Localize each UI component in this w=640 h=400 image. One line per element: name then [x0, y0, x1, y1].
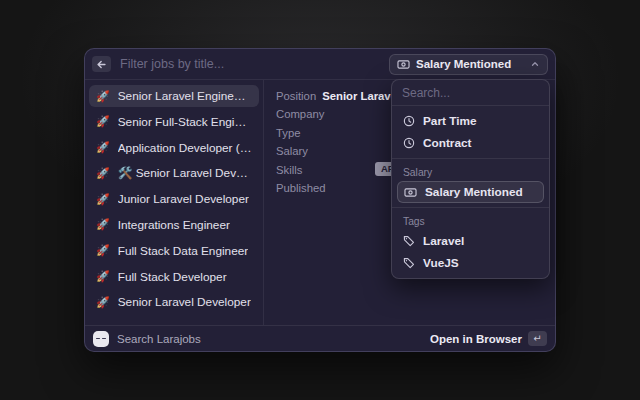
job-title: Full Stack Data Engineer: [118, 244, 249, 258]
job-title: Application Developer (12 mont...: [118, 141, 252, 155]
filter-dropdown-panel: Search... Part Time Contract Salary: [391, 79, 550, 279]
job-title: Senior Full-Stack Engineer II, Ac...: [118, 115, 252, 129]
detail-label: Position: [276, 90, 316, 102]
job-list-item[interactable]: 🚀 🛠️ Senior Laravel Developer (T...: [89, 162, 259, 184]
job-title: Senior Laravel Engineer (Shapin...: [118, 89, 252, 103]
dropdown-item-contract[interactable]: Contract: [397, 132, 544, 154]
dropdown-section-title: Tags: [397, 212, 544, 230]
job-list: 🚀 Senior Laravel Engineer (Shapin... 🚀 S…: [85, 80, 263, 325]
job-list-item[interactable]: 🚀 Integrations Engineer: [89, 214, 259, 236]
dropdown-item-label: VueJS: [423, 256, 459, 270]
back-button[interactable]: [92, 56, 111, 72]
rocket-icon: 🚀: [96, 167, 110, 180]
detail-label: Company: [276, 108, 324, 120]
dropdown-search-input[interactable]: Search...: [392, 80, 549, 106]
dropdown-item-label: Laravel: [423, 234, 464, 248]
job-title: Integrations Engineer: [118, 218, 230, 232]
detail-label: Skills: [276, 164, 302, 176]
launcher-window: Filter jobs by title... Salary Mentioned…: [84, 48, 556, 352]
job-title: Full Stack Developer: [118, 270, 227, 284]
dropdown-item-label: Contract: [423, 136, 472, 150]
clock-icon: [403, 115, 415, 127]
salary-filter-dropdown-button[interactable]: Salary Mentioned: [389, 54, 548, 75]
larajobs-logo-icon: [93, 331, 109, 347]
dropdown-item-salary-mentioned[interactable]: Salary Mentioned: [397, 181, 544, 203]
open-in-browser-label: Open in Browser: [430, 333, 522, 345]
rocket-icon: 🚀: [96, 296, 110, 309]
extension-name: Search Larajobs: [117, 333, 201, 345]
job-title: Junior Laravel Developer: [118, 192, 249, 206]
dropdown-item-part-time[interactable]: Part Time: [397, 110, 544, 132]
dropdown-item-vuejs[interactable]: VueJS: [397, 252, 544, 274]
job-list-item[interactable]: 🚀 Senior Laravel Engineer (Shapin...: [89, 85, 259, 107]
rocket-icon: 🚀: [96, 270, 110, 283]
clock-icon: [403, 137, 415, 149]
bottom-bar: Search Larajobs Open in Browser ↵: [85, 325, 555, 351]
banknote-icon: [397, 58, 410, 71]
job-title: Senior Laravel Developer: [118, 295, 251, 309]
filter-jobs-input[interactable]: Filter jobs by title...: [120, 57, 389, 71]
rocket-icon: 🚀: [96, 90, 110, 103]
detail-label: Salary: [276, 145, 308, 157]
job-list-item[interactable]: 🚀 Full Stack Data Engineer: [89, 240, 259, 262]
rocket-icon: 🚀: [96, 193, 110, 206]
rocket-icon: 🚀: [96, 141, 110, 154]
dropdown-group-tags: Tags Laravel VueJS: [392, 207, 549, 278]
arrow-left-icon: [96, 59, 107, 70]
dropdown-item-label: Salary Mentioned: [425, 185, 523, 199]
tag-icon: [403, 257, 415, 269]
detail-label: Published: [276, 182, 326, 194]
enter-key-icon: ↵: [528, 331, 547, 346]
job-list-item[interactable]: 🚀 Application Developer (12 mont...: [89, 137, 259, 159]
primary-action[interactable]: Open in Browser ↵: [430, 331, 547, 346]
salary-filter-label: Salary Mentioned: [416, 58, 511, 70]
dropdown-item-label: Part Time: [423, 114, 477, 128]
job-title: 🛠️ Senior Laravel Developer (T...: [118, 166, 252, 180]
job-list-item[interactable]: 🚀 Senior Laravel Developer: [89, 291, 259, 313]
detail-label: Type: [276, 127, 301, 139]
dropdown-item-laravel[interactable]: Laravel: [397, 230, 544, 252]
tag-icon: [403, 235, 415, 247]
dropdown-group-type: Part Time Contract: [392, 106, 549, 158]
top-bar: Filter jobs by title... Salary Mentioned: [85, 49, 555, 80]
dropdown-group-salary: Salary Salary Mentioned: [392, 158, 549, 207]
rocket-icon: 🚀: [96, 115, 110, 128]
chevron-up-icon: [530, 59, 540, 69]
job-list-item[interactable]: 🚀 Senior Full-Stack Engineer II, Ac...: [89, 111, 259, 133]
job-list-item[interactable]: 🚀 Junior Laravel Developer: [89, 188, 259, 210]
rocket-icon: 🚀: [96, 218, 110, 231]
rocket-icon: 🚀: [96, 244, 110, 257]
job-list-item[interactable]: 🚀 Full Stack Developer: [89, 266, 259, 288]
banknote-icon: [404, 186, 417, 199]
dropdown-section-title: Salary: [397, 163, 544, 181]
